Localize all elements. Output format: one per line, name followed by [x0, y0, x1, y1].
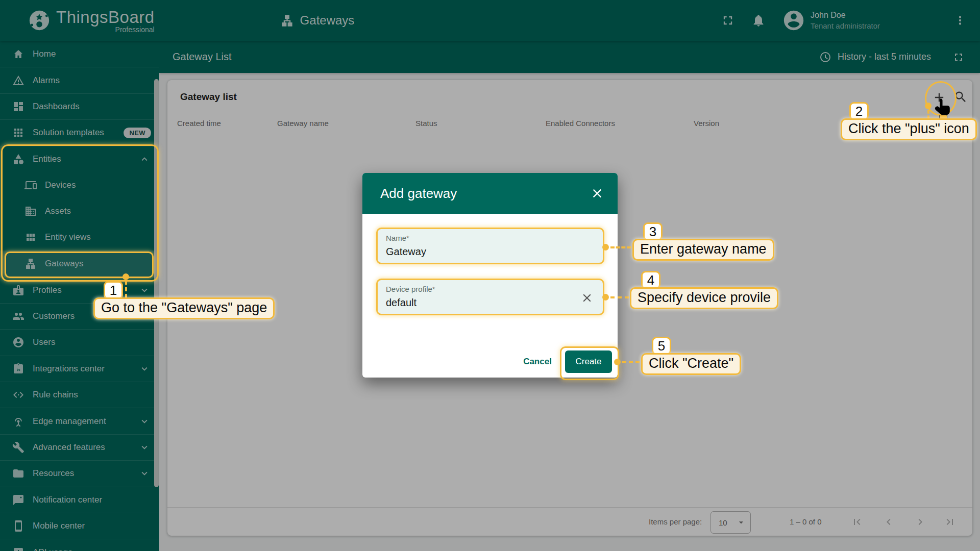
name-field-label: Name*: [386, 234, 595, 242]
annotation-connector: [927, 110, 929, 119]
annotation-connector: [610, 296, 629, 298]
annotation-step-badge: 4: [641, 271, 660, 289]
annotation-anchor-dot: [122, 273, 129, 280]
profile-field-label: Device profile*: [386, 285, 595, 293]
gateway-name-field[interactable]: Name* Gateway: [376, 228, 604, 264]
annotation-connector: [125, 281, 127, 298]
annotation-label: Enter gateway name: [632, 239, 774, 261]
profile-field-value: default: [386, 297, 595, 309]
annotation-anchor-dot: [614, 359, 621, 365]
annotation-anchor-dot: [602, 244, 609, 251]
create-button[interactable]: Create: [565, 350, 612, 373]
annotation-label: Go to the "Gateways" page: [93, 297, 275, 319]
annotation-step-badge: 2: [849, 102, 869, 120]
annotation-step-badge: 3: [643, 222, 663, 241]
name-field-value: Gateway: [386, 246, 595, 258]
annotation-anchor-dot: [602, 294, 609, 300]
clear-icon[interactable]: [580, 291, 594, 305]
annotation-label: Specify device provile: [630, 287, 778, 309]
annotation-step-badge: 1: [104, 281, 123, 299]
dialog-title: Add gateway: [380, 186, 457, 202]
annotation-step-badge: 5: [652, 337, 671, 355]
close-icon[interactable]: [590, 186, 604, 201]
annotation-connector: [622, 361, 640, 363]
annotation-connector: [610, 246, 631, 248]
annotation-label: Click "Create": [641, 353, 741, 375]
annotation-label: Click the "plus" icon: [841, 118, 977, 140]
thingsboard-app: ThingsBoard Professional Gateways John D…: [0, 0, 980, 551]
cancel-button[interactable]: Cancel: [518, 353, 557, 371]
dialog-header: Add gateway: [362, 173, 618, 214]
device-profile-field[interactable]: Device profile* default: [376, 279, 604, 315]
annotation-anchor-dot: [925, 103, 932, 109]
add-gateway-dialog: Add gateway Name* Gateway Device profile…: [362, 173, 618, 378]
